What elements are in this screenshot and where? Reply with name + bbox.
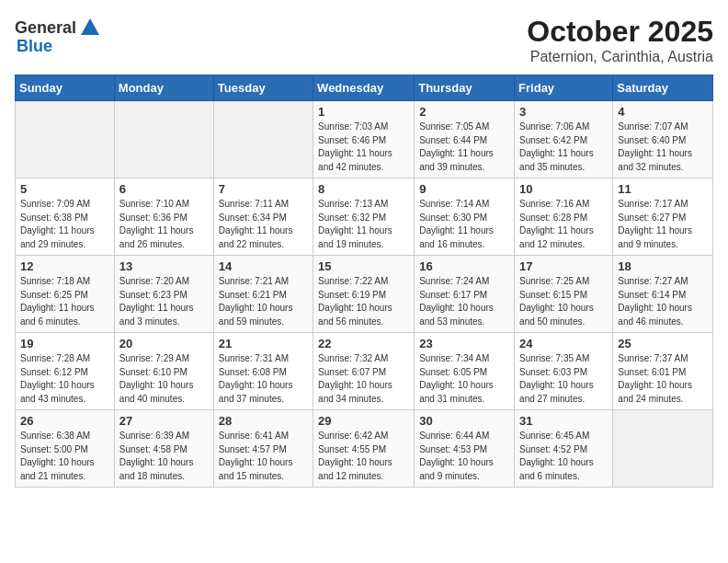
day-info: Sunrise: 6:39 AM Sunset: 4:58 PM Dayligh… — [119, 430, 209, 483]
calendar-day-cell: 20Sunrise: 7:29 AM Sunset: 6:10 PM Dayli… — [114, 333, 213, 410]
day-number: 18 — [618, 259, 708, 273]
calendar-day-cell: 14Sunrise: 7:21 AM Sunset: 6:21 PM Dayli… — [213, 256, 313, 333]
day-number: 19 — [20, 337, 109, 350]
calendar-day-cell: 25Sunrise: 7:37 AM Sunset: 6:01 PM Dayli… — [613, 333, 713, 410]
logo-icon — [77, 15, 103, 40]
calendar-week-row: 26Sunrise: 6:38 AM Sunset: 5:00 PM Dayli… — [16, 410, 713, 488]
day-info: Sunrise: 7:09 AM Sunset: 6:38 PM Dayligh… — [20, 198, 109, 251]
logo-general: General — [15, 18, 76, 38]
day-number: 16 — [419, 259, 509, 273]
calendar-day-cell: 18Sunrise: 7:27 AM Sunset: 6:14 PM Dayli… — [613, 256, 713, 333]
calendar-day-cell: 29Sunrise: 6:42 AM Sunset: 4:55 PM Dayli… — [313, 410, 415, 488]
day-number: 28 — [219, 414, 308, 428]
day-number: 17 — [519, 259, 608, 273]
day-info: Sunrise: 7:14 AM Sunset: 6:30 PM Dayligh… — [419, 198, 509, 251]
calendar-day-cell — [16, 101, 115, 178]
day-number: 11 — [618, 182, 708, 196]
calendar-day-cell: 6Sunrise: 7:10 AM Sunset: 6:36 PM Daylig… — [114, 178, 213, 256]
day-number: 14 — [219, 259, 308, 273]
day-info: Sunrise: 7:17 AM Sunset: 6:27 PM Dayligh… — [618, 198, 708, 251]
day-info: Sunrise: 7:11 AM Sunset: 6:34 PM Dayligh… — [219, 198, 308, 251]
calendar-day-cell: 31Sunrise: 6:45 AM Sunset: 4:52 PM Dayli… — [515, 410, 613, 488]
calendar-week-row: 5Sunrise: 7:09 AM Sunset: 6:38 PM Daylig… — [16, 178, 713, 256]
day-number: 30 — [419, 414, 509, 428]
day-info: Sunrise: 7:28 AM Sunset: 6:12 PM Dayligh… — [20, 352, 109, 406]
calendar-title: October 2025 — [527, 15, 713, 49]
day-number: 2 — [419, 105, 509, 119]
calendar-day-cell: 5Sunrise: 7:09 AM Sunset: 6:38 PM Daylig… — [16, 178, 115, 256]
calendar-day-cell: 11Sunrise: 7:17 AM Sunset: 6:27 PM Dayli… — [613, 178, 713, 256]
day-info: Sunrise: 6:42 AM Sunset: 4:55 PM Dayligh… — [318, 430, 409, 483]
day-number: 20 — [119, 337, 209, 350]
weekday-header: Wednesday — [313, 75, 415, 101]
day-info: Sunrise: 7:24 AM Sunset: 6:17 PM Dayligh… — [419, 275, 509, 328]
calendar-day-cell: 15Sunrise: 7:22 AM Sunset: 6:19 PM Dayli… — [313, 256, 415, 333]
calendar-day-cell: 21Sunrise: 7:31 AM Sunset: 6:08 PM Dayli… — [213, 333, 313, 410]
title-block: October 2025 Paternion, Carinthia, Austr… — [527, 15, 713, 65]
day-info: Sunrise: 7:18 AM Sunset: 6:25 PM Dayligh… — [20, 275, 109, 328]
day-info: Sunrise: 6:45 AM Sunset: 4:52 PM Dayligh… — [519, 430, 608, 483]
day-number: 21 — [219, 337, 308, 350]
calendar-day-cell: 2Sunrise: 7:05 AM Sunset: 6:44 PM Daylig… — [415, 101, 515, 178]
calendar-day-cell: 13Sunrise: 7:20 AM Sunset: 6:23 PM Dayli… — [114, 256, 213, 333]
day-info: Sunrise: 7:32 AM Sunset: 6:07 PM Dayligh… — [318, 352, 409, 406]
calendar-day-cell: 26Sunrise: 6:38 AM Sunset: 5:00 PM Dayli… — [16, 410, 115, 488]
calendar-day-cell: 28Sunrise: 6:41 AM Sunset: 4:57 PM Dayli… — [213, 410, 313, 488]
day-number: 1 — [318, 105, 409, 119]
day-info: Sunrise: 7:20 AM Sunset: 6:23 PM Dayligh… — [119, 275, 209, 328]
day-info: Sunrise: 7:06 AM Sunset: 6:42 PM Dayligh… — [519, 121, 608, 174]
calendar-day-cell: 10Sunrise: 7:16 AM Sunset: 6:28 PM Dayli… — [515, 178, 613, 256]
day-info: Sunrise: 7:29 AM Sunset: 6:10 PM Dayligh… — [119, 352, 209, 406]
calendar-day-cell: 16Sunrise: 7:24 AM Sunset: 6:17 PM Dayli… — [415, 256, 515, 333]
day-number: 26 — [20, 414, 109, 428]
calendar-day-cell: 30Sunrise: 6:44 AM Sunset: 4:53 PM Dayli… — [415, 410, 515, 488]
day-number: 5 — [20, 182, 109, 196]
day-number: 13 — [119, 259, 209, 273]
day-number: 15 — [318, 259, 409, 273]
day-info: Sunrise: 7:22 AM Sunset: 6:19 PM Dayligh… — [318, 275, 409, 328]
day-info: Sunrise: 7:35 AM Sunset: 6:03 PM Dayligh… — [519, 352, 608, 406]
day-number: 8 — [318, 182, 409, 196]
day-info: Sunrise: 7:31 AM Sunset: 6:08 PM Dayligh… — [219, 352, 308, 406]
calendar-day-cell — [613, 410, 713, 488]
day-number: 23 — [419, 337, 509, 350]
day-info: Sunrise: 7:34 AM Sunset: 6:05 PM Dayligh… — [419, 352, 509, 406]
calendar-day-cell: 27Sunrise: 6:39 AM Sunset: 4:58 PM Dayli… — [114, 410, 213, 488]
day-info: Sunrise: 7:13 AM Sunset: 6:32 PM Dayligh… — [318, 198, 409, 251]
day-info: Sunrise: 6:38 AM Sunset: 5:00 PM Dayligh… — [20, 430, 109, 483]
calendar-day-cell: 17Sunrise: 7:25 AM Sunset: 6:15 PM Dayli… — [515, 256, 613, 333]
calendar-day-cell: 1Sunrise: 7:03 AM Sunset: 6:46 PM Daylig… — [313, 101, 415, 178]
weekday-header: Sunday — [16, 75, 115, 101]
calendar-day-cell: 4Sunrise: 7:07 AM Sunset: 6:40 PM Daylig… — [613, 101, 713, 178]
day-number: 10 — [519, 182, 608, 196]
calendar-day-cell — [114, 101, 213, 178]
day-info: Sunrise: 6:41 AM Sunset: 4:57 PM Dayligh… — [219, 430, 308, 483]
calendar-day-cell: 9Sunrise: 7:14 AM Sunset: 6:30 PM Daylig… — [415, 178, 515, 256]
calendar-week-row: 19Sunrise: 7:28 AM Sunset: 6:12 PM Dayli… — [16, 333, 713, 410]
day-number: 24 — [519, 337, 608, 350]
logo: General Blue — [15, 15, 104, 56]
weekday-header: Tuesday — [213, 75, 313, 101]
day-info: Sunrise: 7:05 AM Sunset: 6:44 PM Dayligh… — [419, 121, 509, 174]
day-info: Sunrise: 7:25 AM Sunset: 6:15 PM Dayligh… — [519, 275, 608, 328]
calendar-day-cell: 24Sunrise: 7:35 AM Sunset: 6:03 PM Dayli… — [515, 333, 613, 410]
day-info: Sunrise: 7:10 AM Sunset: 6:36 PM Dayligh… — [119, 198, 209, 251]
calendar-table: SundayMondayTuesdayWednesdayThursdayFrid… — [15, 75, 713, 488]
logo-blue: Blue — [17, 37, 52, 56]
weekday-header: Thursday — [415, 75, 515, 101]
day-info: Sunrise: 7:37 AM Sunset: 6:01 PM Dayligh… — [618, 352, 708, 406]
day-info: Sunrise: 7:27 AM Sunset: 6:14 PM Dayligh… — [618, 275, 708, 328]
calendar-day-cell — [213, 101, 313, 178]
calendar-subtitle: Paternion, Carinthia, Austria — [527, 49, 713, 65]
page-header: General Blue October 2025 Paternion, Car… — [15, 15, 713, 65]
day-info: Sunrise: 7:03 AM Sunset: 6:46 PM Dayligh… — [318, 121, 409, 174]
day-number: 25 — [618, 337, 708, 350]
calendar-day-cell: 7Sunrise: 7:11 AM Sunset: 6:34 PM Daylig… — [213, 178, 313, 256]
day-number: 9 — [419, 182, 509, 196]
day-number: 22 — [318, 337, 409, 350]
day-number: 7 — [219, 182, 308, 196]
day-info: Sunrise: 6:44 AM Sunset: 4:53 PM Dayligh… — [419, 430, 509, 483]
day-number: 6 — [119, 182, 209, 196]
weekday-header: Saturday — [613, 75, 713, 101]
calendar-day-cell: 23Sunrise: 7:34 AM Sunset: 6:05 PM Dayli… — [415, 333, 515, 410]
